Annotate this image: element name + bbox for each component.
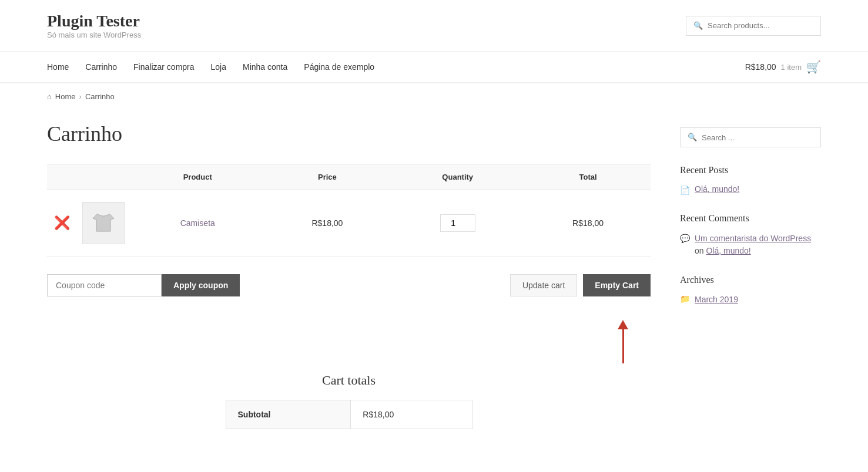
cart-actions: Apply coupon Update cart Empty Cart: [47, 274, 651, 296]
cart-summary[interactable]: R$18,00 1 item 🛒: [745, 60, 821, 74]
comment-on-text: on: [695, 246, 706, 255]
col-quantity: Quantity: [390, 164, 525, 190]
main-content: Carrinho Product Price Quantity Total ❌: [47, 122, 651, 429]
col-image: [76, 164, 130, 190]
cart-price: R$18,00: [745, 62, 776, 72]
arrow-shaft: [622, 329, 624, 363]
comment-text: Um comentarista do WordPress on Olá, mun…: [695, 232, 821, 257]
main-nav: Home Carrinho Finalizar compra Loja Minh…: [0, 52, 868, 83]
home-icon: ⌂: [47, 92, 52, 101]
product-image-cell: [76, 190, 130, 257]
recent-comments-title: Recent Comments: [680, 213, 821, 224]
recent-posts-section: Recent Posts 📄 Olá, mundo!: [680, 165, 821, 195]
coupon-area: Apply coupon: [47, 274, 240, 296]
search-icon: 🔍: [693, 21, 703, 31]
recent-comments-section: Recent Comments 💬 Um comentarista do Wor…: [680, 213, 821, 257]
col-total: Total: [525, 164, 651, 190]
product-name-cell: Camiseta: [130, 190, 264, 257]
page-title: Carrinho: [47, 122, 651, 146]
comment-item: 💬 Um comentarista do WordPress on Olá, m…: [680, 232, 821, 257]
red-arrow: [618, 320, 628, 363]
quantity-input[interactable]: [440, 214, 475, 232]
post-doc-icon: 📄: [680, 186, 690, 195]
nav-carrinho[interactable]: Carrinho: [85, 52, 117, 82]
recent-post-item: 📄 Olá, mundo!: [680, 184, 821, 195]
comment-author-link[interactable]: Um comentarista do WordPress: [695, 234, 811, 243]
nav-links: Home Carrinho Finalizar compra Loja Minh…: [47, 52, 374, 82]
cart-totals-title: Cart totals: [226, 373, 472, 388]
header-search-box[interactable]: 🔍: [686, 16, 821, 36]
recent-posts-title: Recent Posts: [680, 165, 821, 176]
breadcrumb-separator: ›: [79, 92, 82, 101]
breadcrumb-current: Carrinho: [85, 92, 115, 101]
breadcrumb-home-link[interactable]: Home: [55, 92, 76, 101]
arrow-container: [47, 320, 651, 367]
cart-totals: Cart totals Subtotal R$18,00: [226, 373, 472, 429]
sidebar-search-box[interactable]: 🔍: [680, 127, 821, 147]
coupon-input[interactable]: [47, 274, 162, 296]
comment-bubble-icon: 💬: [680, 234, 690, 244]
cart-update-area: Update cart Empty Cart: [510, 274, 651, 296]
remove-item-button[interactable]: ❌: [54, 215, 70, 231]
product-price-cell: R$18,00: [264, 190, 390, 257]
col-product: Product: [130, 164, 264, 190]
remove-cell: ❌: [47, 190, 76, 257]
breadcrumb: ⌂ Home › Carrinho: [0, 83, 868, 110]
tshirt-image: [89, 209, 118, 237]
nav-pagina-exemplo[interactable]: Página de exemplo: [304, 52, 374, 82]
cart-item-count: 1 item: [781, 63, 802, 72]
quantity-cell: [390, 190, 525, 257]
archives-section: Archives 📁 March 2019: [680, 275, 821, 304]
archive-folder-icon: 📁: [680, 294, 690, 304]
empty-cart-button[interactable]: Empty Cart: [583, 274, 651, 296]
col-price: Price: [264, 164, 390, 190]
product-name-link[interactable]: Camiseta: [180, 218, 215, 228]
site-title: Plugin Tester: [47, 12, 141, 31]
recent-post-link[interactable]: Olá, mundo!: [695, 184, 739, 194]
table-row: ❌ Camiseta R$18,00: [47, 190, 651, 257]
archive-link[interactable]: March 2019: [695, 295, 738, 304]
cart-table: Product Price Quantity Total ❌: [47, 164, 651, 257]
archives-title: Archives: [680, 275, 821, 285]
sidebar: 🔍 Recent Posts 📄 Olá, mundo! Recent Comm…: [680, 122, 821, 322]
col-remove: [47, 164, 76, 190]
cart-icon[interactable]: 🛒: [806, 60, 821, 74]
sidebar-search-input[interactable]: [702, 133, 813, 142]
archive-item: 📁 March 2019: [680, 294, 821, 304]
product-total-cell: R$18,00: [525, 190, 651, 257]
sidebar-search-icon: 🔍: [688, 133, 697, 142]
header-search-input[interactable]: [708, 21, 813, 30]
arrow-head-up: [618, 320, 628, 329]
comment-post-link[interactable]: Olá, mundo!: [706, 246, 750, 255]
update-cart-button[interactable]: Update cart: [510, 274, 577, 296]
subtotal-row: Subtotal R$18,00: [226, 400, 472, 429]
product-thumbnail: [82, 202, 125, 244]
subtotal-value: R$18,00: [351, 400, 472, 429]
cart-table-header: Product Price Quantity Total: [47, 164, 651, 190]
subtotal-label: Subtotal: [226, 400, 351, 429]
apply-coupon-button[interactable]: Apply coupon: [162, 274, 240, 296]
main-layout: Carrinho Product Price Quantity Total ❌: [0, 110, 868, 441]
nav-finalizar[interactable]: Finalizar compra: [133, 52, 194, 82]
site-tagline: Só mais um site WordPress: [47, 31, 141, 39]
header: Plugin Tester Só mais um site WordPress …: [0, 0, 868, 52]
totals-table: Subtotal R$18,00: [226, 400, 472, 429]
nav-home[interactable]: Home: [47, 52, 69, 82]
nav-loja[interactable]: Loja: [211, 52, 226, 82]
nav-minha-conta[interactable]: Minha conta: [243, 52, 287, 82]
site-branding: Plugin Tester Só mais um site WordPress: [47, 12, 141, 39]
